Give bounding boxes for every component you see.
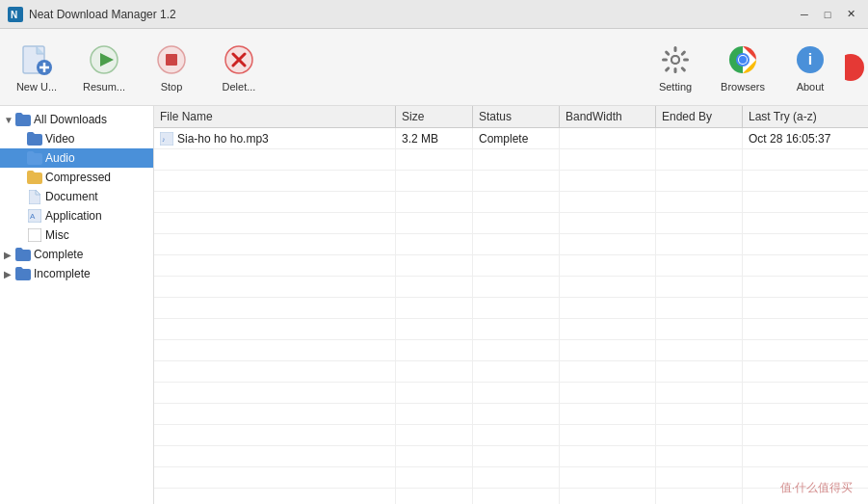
sidebar-item-complete[interactable]: ▶ Complete (0, 245, 153, 264)
browsers-button[interactable]: Browsers (710, 34, 776, 101)
empty-row (154, 298, 868, 319)
sidebar-item-compressed[interactable]: Compressed (0, 168, 153, 187)
sidebar-label-document: Document (45, 190, 98, 203)
empty-row (154, 361, 868, 383)
main-content: ▼ All Downloads Video Audio (0, 106, 868, 504)
folder-icon-audio (27, 150, 42, 166)
empty-row (154, 234, 868, 255)
empty-row (154, 277, 868, 298)
table-row[interactable]: ♪ Sia-ho ho ho.mp3 3.2 MB Complete Oct 2… (154, 128, 868, 149)
col-lasttry[interactable]: Last Try (a-z) (743, 106, 868, 127)
folder-icon-compressed (27, 170, 42, 185)
about-icon: i (793, 42, 828, 77)
sidebar-item-video[interactable]: Video (0, 129, 153, 148)
svg-rect-22 (680, 66, 686, 71)
svg-rect-21 (665, 50, 671, 56)
sidebar-item-document[interactable]: Document (0, 187, 153, 206)
expand-icon-all-downloads: ▼ (4, 115, 15, 125)
svg-rect-12 (166, 54, 177, 66)
sidebar-label-complete: Complete (34, 248, 83, 261)
svg-rect-17 (674, 46, 677, 52)
empty-row (154, 171, 868, 192)
setting-label: Setting (659, 81, 692, 93)
delete-button[interactable]: Delet... (206, 34, 272, 101)
sidebar-label-all-downloads: All Downloads (34, 113, 107, 126)
file-list-body: ♪ Sia-ho ho ho.mp3 3.2 MB Complete Oct 2… (154, 128, 868, 504)
maximize-button[interactable]: □ (818, 5, 837, 24)
col-filename[interactable]: File Name (154, 106, 396, 127)
empty-row (154, 340, 868, 361)
expand-icon-complete: ▶ (4, 250, 15, 260)
resume-label: Resum... (83, 81, 125, 93)
delete-label: Delet... (223, 81, 256, 93)
toolbar: New U... Resum... Stop (0, 29, 868, 106)
svg-text:N: N (11, 10, 17, 20)
svg-text:♪: ♪ (162, 136, 166, 143)
cell-bandwidth-0 (560, 128, 656, 148)
title-bar: N Neat Download Manager 1.2 ─ □ ✕ (0, 0, 868, 29)
resume-button[interactable]: Resum... (71, 34, 137, 101)
folder-icon-all-downloads (15, 112, 31, 127)
col-status[interactable]: Status (473, 106, 560, 127)
col-endedby[interactable]: Ended By (656, 106, 743, 127)
cell-filename-0: ♪ Sia-ho ho ho.mp3 (154, 128, 396, 148)
svg-rect-19 (662, 58, 668, 61)
file-icon-misc (27, 227, 42, 243)
minimize-button[interactable]: ─ (795, 5, 814, 24)
stop-button[interactable]: Stop (139, 34, 204, 101)
folder-icon-video (27, 131, 42, 146)
sidebar-item-all-downloads[interactable]: ▼ All Downloads (0, 110, 153, 129)
folder-icon-complete (15, 247, 31, 262)
empty-row (154, 467, 868, 489)
sidebar-label-compressed: Compressed (45, 171, 111, 184)
empty-row (154, 192, 868, 213)
sidebar-label-audio: Audio (45, 151, 75, 165)
cell-status-0: Complete (473, 128, 560, 148)
new-download-button[interactable]: New U... (4, 34, 69, 101)
about-button[interactable]: i About (777, 34, 843, 101)
new-download-icon (19, 42, 54, 77)
col-size[interactable]: Size (396, 106, 473, 127)
svg-rect-20 (683, 58, 689, 61)
expand-icon-incomplete: ▶ (4, 269, 15, 279)
setting-button[interactable]: Setting (643, 34, 708, 101)
app-icon: N (8, 7, 23, 22)
stop-icon (154, 42, 189, 77)
col-bandwidth[interactable]: BandWidth (560, 106, 656, 127)
folder-icon-incomplete (15, 266, 31, 281)
close-button[interactable]: ✕ (841, 5, 860, 24)
sidebar-item-audio[interactable]: Audio (0, 148, 153, 168)
cell-lasttry-0: Oct 28 16:05:37 (743, 128, 868, 148)
title-bar-left: N Neat Download Manager 1.2 (8, 7, 176, 22)
sidebar-item-misc[interactable]: Misc (0, 225, 153, 245)
empty-row (154, 255, 868, 277)
empty-row (154, 489, 868, 504)
file-icon-application: A (27, 208, 42, 224)
browsers-label: Browsers (721, 81, 765, 93)
empty-row (154, 404, 868, 425)
setting-icon (658, 42, 693, 77)
empty-row (154, 213, 868, 234)
svg-text:i: i (808, 51, 812, 67)
sidebar-label-misc: Misc (45, 228, 69, 242)
stop-label: Stop (161, 81, 183, 93)
svg-point-26 (672, 57, 678, 63)
delete-icon (222, 42, 256, 77)
sidebar-item-incomplete[interactable]: ▶ Incomplete (0, 264, 153, 283)
empty-row (154, 425, 868, 446)
sidebar-label-incomplete: Incomplete (34, 267, 91, 280)
svg-rect-18 (674, 67, 677, 73)
sidebar: ▼ All Downloads Video Audio (0, 106, 154, 504)
resume-icon (87, 42, 121, 77)
sidebar-label-video: Video (45, 132, 74, 146)
extra-button-partial (845, 34, 864, 101)
empty-row (154, 149, 868, 171)
cell-endedby-0 (656, 128, 743, 148)
file-list-header: File Name Size Status BandWidth Ended By… (154, 106, 868, 128)
sidebar-item-application[interactable]: A Application (0, 206, 153, 225)
sidebar-label-application: Application (45, 209, 102, 223)
svg-rect-35 (28, 228, 41, 242)
file-icon-document (27, 189, 42, 204)
empty-row (154, 446, 868, 467)
file-list: File Name Size Status BandWidth Ended By… (154, 106, 868, 504)
